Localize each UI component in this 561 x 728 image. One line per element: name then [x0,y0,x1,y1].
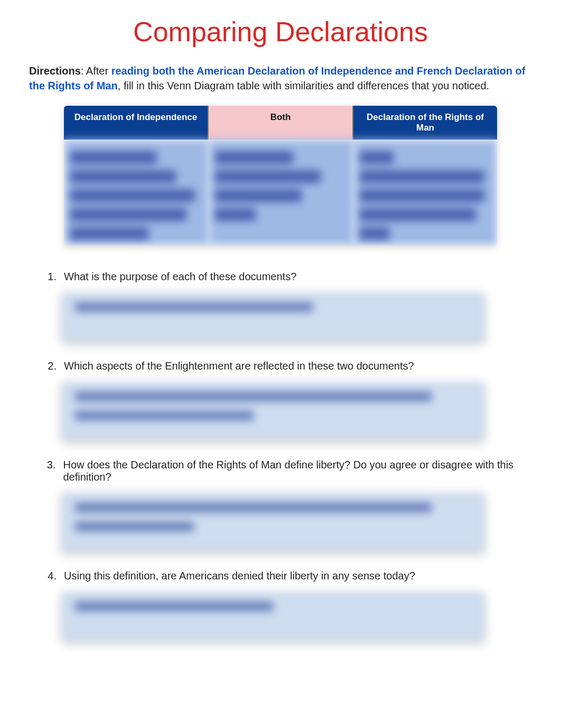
question-text: What is the purpose of each of these doc… [64,271,296,283]
blurred-text [75,392,432,401]
answer-box-2[interactable] [62,382,484,440]
page-title: Comparing Declarations [29,16,532,48]
directions-after: : After [81,65,111,77]
question-3: 3. How does the Declaration of the Right… [44,459,532,483]
blurred-text [70,189,195,202]
blurred-text [360,227,389,240]
directions-paragraph: Directions: After reading both the Ameri… [29,63,532,93]
answer-box-3[interactable] [62,493,484,551]
venn-col-both [209,140,353,245]
question-number: 1. [44,271,57,283]
venn-header-both: Both [209,106,353,140]
directions-label: Directions [29,65,81,77]
venn-table: Declaration of Independence Both Declara… [64,106,497,245]
blurred-text [360,151,394,164]
blurred-text [75,522,194,531]
question-number: 2. [44,360,57,372]
directions-rest: , fill in this Venn Diagram table with s… [118,80,489,91]
blurred-text [75,503,432,512]
blurred-text [75,411,254,420]
blurred-text [360,170,484,183]
blurred-text [215,208,256,221]
blurred-text [70,151,157,164]
blurred-text [215,151,293,164]
question-text: Which aspects of the Enlightenment are r… [64,360,414,372]
blurred-text [360,189,484,202]
blurred-text [70,170,176,183]
blurred-text [75,302,313,312]
blurred-text [215,170,321,183]
venn-header-doi: Declaration of Independence [64,106,209,140]
question-number: 3. [44,459,55,483]
venn-header-dorm: Declaration of the Rights of Man [353,106,497,140]
blurred-text [215,189,302,202]
question-number: 4. [44,570,57,582]
question-1: 1. What is the purpose of each of these … [44,271,532,283]
blurred-text [360,208,476,221]
venn-col-dorm [353,140,497,245]
question-4: 4. Using this definition, are Americans … [44,570,532,582]
answer-box-1[interactable] [62,292,484,341]
venn-col-doi [64,140,209,245]
answer-box-4[interactable] [62,592,484,640]
question-text: Using this definition, are Americans den… [64,570,415,582]
question-text: How does the Declaration of the Rights o… [63,459,532,483]
venn-body [64,140,497,245]
blurred-text [70,227,148,240]
blurred-text [75,602,273,611]
blurred-text [70,208,186,221]
question-2: 2. Which aspects of the Enlightenment ar… [44,360,532,372]
venn-header-row: Declaration of Independence Both Declara… [64,106,497,140]
